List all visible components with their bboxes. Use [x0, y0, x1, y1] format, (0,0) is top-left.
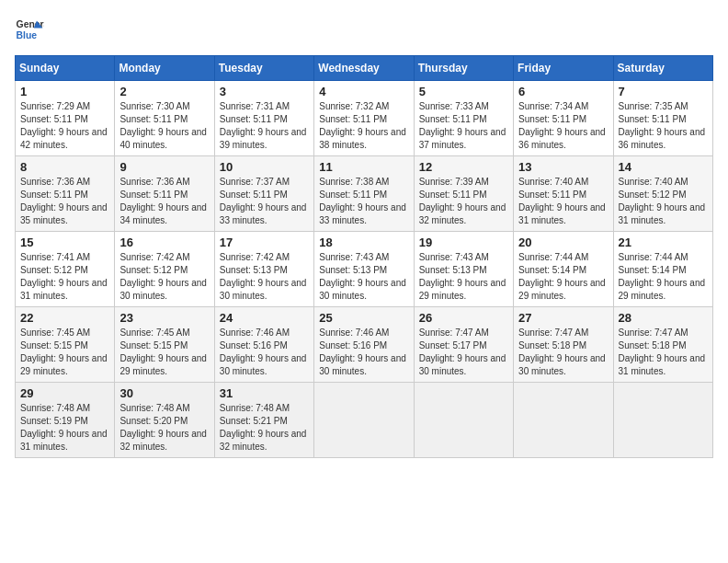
calendar-day-cell: 15Sunrise: 7:41 AMSunset: 5:12 PMDayligh… [16, 232, 115, 307]
day-detail: Sunrise: 7:48 AMSunset: 5:21 PMDaylight:… [220, 402, 309, 454]
day-number: 29 [20, 386, 109, 400]
calendar-day-cell: 30Sunrise: 7:48 AMSunset: 5:20 PMDayligh… [115, 383, 214, 458]
calendar-day-cell: 14Sunrise: 7:40 AMSunset: 5:12 PMDayligh… [613, 156, 712, 232]
day-detail: Sunrise: 7:38 AMSunset: 5:11 PMDaylight:… [319, 176, 408, 227]
day-detail: Sunrise: 7:31 AMSunset: 5:11 PMDaylight:… [220, 100, 309, 152]
calendar-day-cell [613, 383, 712, 458]
day-number: 17 [220, 236, 309, 249]
day-number: 27 [518, 311, 608, 325]
calendar-day-cell: 22Sunrise: 7:45 AMSunset: 5:15 PMDayligh… [16, 307, 115, 383]
weekday-header-cell: Thursday [414, 56, 513, 81]
day-number: 18 [319, 236, 408, 249]
calendar-day-cell: 3Sunrise: 7:31 AMSunset: 5:11 PMDaylight… [214, 81, 313, 156]
calendar-day-cell: 18Sunrise: 7:43 AMSunset: 5:13 PMDayligh… [314, 232, 414, 307]
day-detail: Sunrise: 7:47 AMSunset: 5:18 PMDaylight:… [518, 327, 608, 378]
day-detail: Sunrise: 7:48 AMSunset: 5:20 PMDaylight:… [119, 402, 209, 454]
calendar-day-cell [514, 383, 613, 458]
calendar-day-cell: 1Sunrise: 7:29 AMSunset: 5:11 PMDaylight… [16, 81, 115, 156]
calendar-day-cell: 29Sunrise: 7:48 AMSunset: 5:19 PMDayligh… [16, 383, 115, 458]
day-number: 8 [20, 160, 109, 174]
day-detail: Sunrise: 7:44 AMSunset: 5:14 PMDaylight:… [619, 251, 708, 303]
calendar-day-cell: 20Sunrise: 7:44 AMSunset: 5:14 PMDayligh… [514, 232, 613, 307]
calendar-week-row: 29Sunrise: 7:48 AMSunset: 5:19 PMDayligh… [16, 383, 713, 458]
day-detail: Sunrise: 7:30 AMSunset: 5:11 PMDaylight:… [119, 100, 209, 152]
calendar-day-cell: 6Sunrise: 7:34 AMSunset: 5:11 PMDaylight… [514, 81, 613, 156]
weekday-header-row: SundayMondayTuesdayWednesdayThursdayFrid… [16, 56, 713, 81]
day-detail: Sunrise: 7:33 AMSunset: 5:11 PMDaylight:… [419, 100, 508, 152]
day-number: 1 [20, 85, 109, 98]
day-detail: Sunrise: 7:40 AMSunset: 5:12 PMDaylight:… [619, 176, 708, 227]
day-number: 11 [319, 160, 408, 174]
calendar-day-cell: 17Sunrise: 7:42 AMSunset: 5:13 PMDayligh… [214, 232, 313, 307]
day-detail: Sunrise: 7:47 AMSunset: 5:18 PMDaylight:… [619, 327, 708, 378]
calendar-table: SundayMondayTuesdayWednesdayThursdayFrid… [15, 55, 713, 458]
calendar-day-cell: 13Sunrise: 7:40 AMSunset: 5:11 PMDayligh… [514, 156, 613, 232]
day-number: 4 [319, 85, 408, 98]
day-detail: Sunrise: 7:43 AMSunset: 5:13 PMDaylight:… [419, 251, 508, 303]
calendar-day-cell [314, 383, 414, 458]
calendar-day-cell [414, 383, 513, 458]
day-number: 20 [518, 236, 608, 249]
weekday-header-cell: Saturday [613, 56, 712, 81]
day-detail: Sunrise: 7:44 AMSunset: 5:14 PMDaylight:… [518, 251, 608, 303]
calendar-day-cell: 26Sunrise: 7:47 AMSunset: 5:17 PMDayligh… [414, 307, 513, 383]
day-number: 13 [518, 160, 608, 174]
day-detail: Sunrise: 7:48 AMSunset: 5:19 PMDaylight:… [20, 402, 109, 454]
day-number: 28 [619, 311, 708, 325]
calendar-day-cell: 12Sunrise: 7:39 AMSunset: 5:11 PMDayligh… [414, 156, 513, 232]
day-detail: Sunrise: 7:46 AMSunset: 5:16 PMDaylight:… [220, 327, 309, 378]
day-detail: Sunrise: 7:29 AMSunset: 5:11 PMDaylight:… [20, 100, 109, 152]
day-number: 3 [220, 85, 309, 98]
calendar-day-cell: 16Sunrise: 7:42 AMSunset: 5:12 PMDayligh… [115, 232, 214, 307]
calendar-day-cell: 23Sunrise: 7:45 AMSunset: 5:15 PMDayligh… [115, 307, 214, 383]
day-number: 16 [119, 236, 209, 249]
calendar-day-cell: 5Sunrise: 7:33 AMSunset: 5:11 PMDaylight… [414, 81, 513, 156]
svg-text:Blue: Blue [17, 30, 38, 40]
day-detail: Sunrise: 7:43 AMSunset: 5:13 PMDaylight:… [319, 251, 408, 303]
day-detail: Sunrise: 7:37 AMSunset: 5:11 PMDaylight:… [220, 176, 309, 227]
day-number: 6 [518, 85, 608, 98]
day-detail: Sunrise: 7:47 AMSunset: 5:17 PMDaylight:… [419, 327, 508, 378]
weekday-header-cell: Tuesday [214, 56, 313, 81]
day-detail: Sunrise: 7:39 AMSunset: 5:11 PMDaylight:… [419, 176, 508, 227]
day-number: 22 [20, 311, 109, 325]
weekday-header-cell: Monday [115, 56, 214, 81]
day-detail: Sunrise: 7:36 AMSunset: 5:11 PMDaylight:… [20, 176, 109, 227]
day-detail: Sunrise: 7:41 AMSunset: 5:12 PMDaylight:… [20, 251, 109, 303]
calendar-day-cell: 25Sunrise: 7:46 AMSunset: 5:16 PMDayligh… [314, 307, 414, 383]
day-number: 10 [220, 160, 309, 174]
day-detail: Sunrise: 7:32 AMSunset: 5:11 PMDaylight:… [319, 100, 408, 152]
logo: General Blue [15, 15, 44, 44]
calendar-day-cell: 9Sunrise: 7:36 AMSunset: 5:11 PMDaylight… [115, 156, 214, 232]
calendar-day-cell: 4Sunrise: 7:32 AMSunset: 5:11 PMDaylight… [314, 81, 414, 156]
calendar-day-cell: 8Sunrise: 7:36 AMSunset: 5:11 PMDaylight… [16, 156, 115, 232]
calendar-day-cell: 7Sunrise: 7:35 AMSunset: 5:11 PMDaylight… [613, 81, 712, 156]
day-detail: Sunrise: 7:42 AMSunset: 5:12 PMDaylight:… [119, 251, 209, 303]
day-number: 21 [619, 236, 708, 249]
day-number: 19 [419, 236, 508, 249]
calendar-day-cell: 27Sunrise: 7:47 AMSunset: 5:18 PMDayligh… [514, 307, 613, 383]
day-number: 24 [220, 311, 309, 325]
calendar-day-cell: 2Sunrise: 7:30 AMSunset: 5:11 PMDaylight… [115, 81, 214, 156]
weekday-header-cell: Wednesday [314, 56, 414, 81]
day-detail: Sunrise: 7:35 AMSunset: 5:11 PMDaylight:… [619, 100, 708, 152]
calendar-day-cell: 19Sunrise: 7:43 AMSunset: 5:13 PMDayligh… [414, 232, 513, 307]
day-detail: Sunrise: 7:45 AMSunset: 5:15 PMDaylight:… [119, 327, 209, 378]
calendar-week-row: 22Sunrise: 7:45 AMSunset: 5:15 PMDayligh… [16, 307, 713, 383]
calendar-day-cell: 28Sunrise: 7:47 AMSunset: 5:18 PMDayligh… [613, 307, 712, 383]
day-number: 12 [419, 160, 508, 174]
calendar-day-cell: 24Sunrise: 7:46 AMSunset: 5:16 PMDayligh… [214, 307, 313, 383]
day-number: 23 [119, 311, 209, 325]
day-detail: Sunrise: 7:36 AMSunset: 5:11 PMDaylight:… [119, 176, 209, 227]
calendar-day-cell: 11Sunrise: 7:38 AMSunset: 5:11 PMDayligh… [314, 156, 414, 232]
header: General Blue [15, 15, 713, 44]
day-detail: Sunrise: 7:40 AMSunset: 5:11 PMDaylight:… [518, 176, 608, 227]
calendar-day-cell: 31Sunrise: 7:48 AMSunset: 5:21 PMDayligh… [214, 383, 313, 458]
day-number: 5 [419, 85, 508, 98]
day-number: 9 [119, 160, 209, 174]
calendar-week-row: 15Sunrise: 7:41 AMSunset: 5:12 PMDayligh… [16, 232, 713, 307]
day-number: 2 [119, 85, 209, 98]
calendar-week-row: 8Sunrise: 7:36 AMSunset: 5:11 PMDaylight… [16, 156, 713, 232]
day-number: 31 [220, 386, 309, 400]
day-detail: Sunrise: 7:46 AMSunset: 5:16 PMDaylight:… [319, 327, 408, 378]
